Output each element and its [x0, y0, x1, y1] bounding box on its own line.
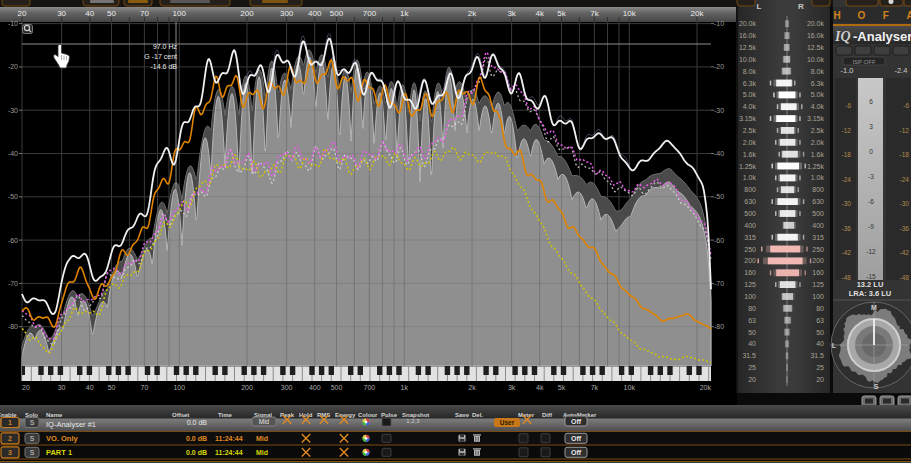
svg-text:400: 400: [309, 384, 321, 391]
svg-text:300: 300: [281, 384, 293, 391]
svg-text:1.6k: 1.6k: [743, 151, 757, 158]
svg-text:200: 200: [812, 257, 824, 264]
svg-text:80: 80: [816, 305, 824, 312]
svg-text:100: 100: [812, 293, 824, 300]
svg-text:-18: -18: [842, 151, 852, 158]
svg-text:8.0k: 8.0k: [743, 68, 757, 75]
svg-text:Off: Off: [571, 435, 582, 442]
svg-text:30: 30: [58, 384, 66, 391]
svg-text:63: 63: [816, 317, 824, 324]
svg-text:31.5: 31.5: [742, 352, 756, 359]
svg-text:-12: -12: [866, 248, 876, 255]
svg-text:-80: -80: [8, 323, 18, 330]
svg-text:50: 50: [107, 9, 116, 18]
svg-text:16.0k: 16.0k: [739, 32, 757, 39]
svg-text:Save: Save: [455, 412, 470, 418]
svg-text:400: 400: [308, 9, 322, 18]
svg-text:O: O: [858, 10, 866, 21]
svg-text:Meter: Meter: [518, 412, 535, 418]
svg-text:S: S: [30, 449, 35, 456]
svg-text:20k: 20k: [700, 384, 712, 391]
svg-text:12.5k: 12.5k: [807, 44, 825, 51]
svg-text:1.6k: 1.6k: [811, 151, 825, 158]
svg-text:-30: -30: [714, 107, 724, 114]
svg-text:-1.0: -1.0: [841, 66, 854, 75]
svg-text:-40: -40: [8, 150, 18, 157]
svg-text:0.0 dB: 0.0 dB: [187, 419, 208, 426]
svg-text:400: 400: [812, 222, 824, 229]
svg-text:2.0k: 2.0k: [811, 139, 825, 146]
svg-text:4k: 4k: [536, 384, 544, 391]
svg-text:50: 50: [108, 384, 116, 391]
svg-text:5k: 5k: [557, 9, 566, 18]
svg-text:L: L: [757, 2, 762, 11]
svg-text:1.25k: 1.25k: [807, 163, 825, 170]
svg-text:300: 300: [280, 9, 294, 18]
svg-text:12.5k: 12.5k: [739, 44, 757, 51]
svg-text:700: 700: [363, 9, 377, 18]
svg-text:100: 100: [744, 293, 756, 300]
svg-text:-60: -60: [8, 237, 18, 244]
svg-text:10k: 10k: [624, 384, 636, 391]
svg-text:2: 2: [8, 435, 12, 442]
svg-text:-6: -6: [845, 102, 851, 109]
svg-text:100: 100: [173, 384, 185, 391]
svg-text:S: S: [874, 383, 879, 390]
svg-text:-20: -20: [714, 63, 724, 70]
svg-text:1,2,3: 1,2,3: [406, 418, 420, 424]
svg-text:250: 250: [812, 246, 824, 253]
svg-text:5k: 5k: [558, 384, 566, 391]
svg-text:7k: 7k: [591, 384, 599, 391]
svg-text:-48: -48: [842, 274, 852, 281]
svg-text:-70: -70: [714, 280, 724, 287]
svg-text:R: R: [798, 2, 804, 11]
svg-text:-6: -6: [868, 198, 874, 205]
svg-text:315: 315: [812, 234, 824, 241]
svg-text:200: 200: [744, 257, 756, 264]
svg-text:-6: -6: [903, 102, 909, 109]
svg-text:F: F: [883, 10, 889, 21]
svg-text:70: 70: [140, 9, 149, 18]
svg-text:A: A: [907, 10, 911, 21]
svg-text:200: 200: [241, 384, 253, 391]
svg-text:13.2 LU: 13.2 LU: [857, 280, 884, 289]
svg-text:RMS: RMS: [317, 412, 330, 418]
svg-text:-30: -30: [900, 200, 910, 207]
svg-text:4.0k: 4.0k: [743, 103, 757, 110]
svg-text:800: 800: [744, 186, 756, 193]
svg-text:-12: -12: [900, 127, 910, 134]
svg-text:125: 125: [744, 281, 756, 288]
svg-text:-24: -24: [900, 176, 910, 183]
svg-text:-12: -12: [842, 127, 852, 134]
svg-text:Mid: Mid: [256, 449, 268, 456]
svg-text:20: 20: [22, 384, 30, 391]
svg-text:40: 40: [86, 384, 94, 391]
svg-text:-60: -60: [714, 237, 724, 244]
svg-text:20.0k: 20.0k: [739, 20, 757, 27]
svg-text:40: 40: [85, 9, 94, 18]
svg-text:97.0 Hz: 97.0 Hz: [153, 43, 178, 50]
svg-text:Peak: Peak: [280, 412, 295, 418]
svg-text:-15: -15: [866, 273, 876, 280]
svg-text:6: 6: [869, 98, 873, 105]
svg-text:-50: -50: [714, 193, 724, 200]
svg-text:1.0k: 1.0k: [811, 174, 825, 181]
svg-text:Hold: Hold: [299, 412, 313, 418]
svg-text:-9: -9: [868, 223, 874, 230]
svg-text:-48: -48: [900, 274, 910, 281]
svg-text:VO. Only: VO. Only: [46, 434, 79, 443]
svg-text:Off: Off: [571, 418, 582, 425]
svg-text:25: 25: [748, 364, 756, 371]
svg-text:-10: -10: [8, 20, 18, 27]
svg-text:-20: -20: [8, 63, 18, 70]
svg-text:Del.: Del.: [472, 412, 483, 418]
svg-text:125: 125: [812, 281, 824, 288]
svg-text:-30: -30: [842, 200, 852, 207]
svg-text:25: 25: [816, 364, 824, 371]
svg-text:1.25k: 1.25k: [739, 163, 757, 170]
svg-text:3k: 3k: [508, 384, 516, 391]
svg-text:-42: -42: [900, 249, 910, 256]
svg-text:-14.6 dB: -14.6 dB: [151, 63, 178, 70]
svg-text:100: 100: [173, 9, 187, 18]
svg-text:250: 250: [744, 246, 756, 253]
